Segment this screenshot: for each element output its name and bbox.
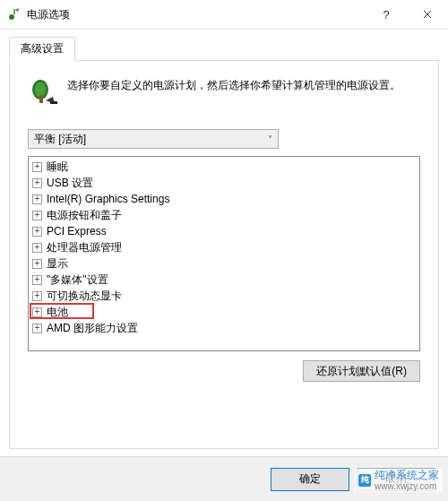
tree-item-label: Intel(R) Graphics Settings — [47, 193, 169, 205]
tree-item-label: PCI Express — [47, 225, 107, 238]
expand-icon[interactable]: + — [32, 291, 42, 301]
watermark-icon: 纯 — [358, 474, 371, 487]
tab-advanced[interactable]: 高级设置 — [9, 37, 75, 61]
window-controls: ? — [366, 0, 448, 29]
expand-icon[interactable]: + — [32, 162, 42, 172]
expand-icon[interactable]: + — [32, 243, 42, 253]
svg-point-0 — [9, 14, 14, 20]
tree-item[interactable]: +电源按钮和盖子 — [30, 207, 419, 223]
tab-label: 高级设置 — [21, 42, 64, 55]
titlebar: 电源选项 ? — [0, 0, 448, 30]
tree-item-label: "多媒体"设置 — [47, 272, 108, 288]
tree-item-label: 电源按钮和盖子 — [47, 208, 122, 223]
tree-item-label: 睡眠 — [47, 160, 68, 175]
svg-rect-4 — [39, 95, 43, 103]
tree-item[interactable]: +睡眠 — [30, 159, 419, 175]
tree-item[interactable]: +USB 设置 — [30, 175, 419, 191]
expand-icon[interactable]: + — [32, 307, 42, 317]
settings-tree[interactable]: +睡眠+USB 设置+Intel(R) Graphics Settings+电源… — [28, 156, 420, 351]
tree-item[interactable]: +电池 — [30, 304, 419, 320]
tree-item-label: 电池 — [47, 305, 68, 320]
tree-item-label: 显示 — [47, 256, 68, 272]
intro-row: 选择你要自定义的电源计划，然后选择你希望计算机管理的电源设置。 — [28, 77, 420, 108]
expand-icon[interactable]: + — [32, 178, 42, 188]
ok-button[interactable]: 确定 — [271, 468, 349, 491]
close-button[interactable] — [407, 0, 448, 29]
tree-item-label: USB 设置 — [47, 176, 93, 191]
tree-item-label: 可切换动态显卡 — [47, 289, 122, 304]
window-title: 电源选项 — [27, 7, 366, 22]
expand-icon[interactable]: + — [32, 227, 42, 237]
expand-icon[interactable]: + — [32, 275, 42, 285]
tree-item[interactable]: +PCI Express — [30, 223, 419, 239]
watermark-name: 纯净系统之家 — [375, 470, 439, 481]
watermark-url: www.xwjzy.com — [375, 481, 439, 491]
restore-row: 还原计划默认值(R) — [28, 360, 420, 382]
tree-item[interactable]: +显示 — [30, 255, 419, 272]
svg-rect-5 — [50, 101, 57, 104]
svg-rect-1 — [13, 9, 15, 14]
tree-item[interactable]: +AMD 图形能力设置 — [30, 320, 419, 336]
svg-point-3 — [35, 82, 46, 97]
plan-select-value: 平衡 [活动] — [34, 132, 86, 147]
help-button[interactable]: ? — [366, 0, 407, 29]
tab-panel: 选择你要自定义的电源计划，然后选择你希望计算机管理的电源设置。 平衡 [活动] … — [9, 60, 439, 449]
watermark: 纯 纯净系统之家 www.xwjzy.com — [355, 469, 443, 492]
intro-text: 选择你要自定义的电源计划，然后选择你希望计算机管理的电源设置。 — [67, 77, 401, 108]
tree-item[interactable]: +Intel(R) Graphics Settings — [30, 191, 419, 207]
expand-icon[interactable]: + — [32, 211, 42, 220]
expand-icon[interactable]: + — [32, 194, 42, 204]
expand-icon[interactable]: + — [32, 324, 42, 333]
tree-item[interactable]: +"多媒体"设置 — [30, 272, 419, 288]
power-plan-icon — [28, 77, 58, 108]
tree-item[interactable]: +可切换动态显卡 — [30, 288, 419, 304]
expand-icon[interactable]: + — [32, 259, 42, 269]
restore-defaults-button[interactable]: 还原计划默认值(R) — [303, 360, 420, 382]
tree-item-label: AMD 图形能力设置 — [47, 321, 138, 336]
chevron-down-icon: ˅ — [268, 134, 272, 144]
plan-select[interactable]: 平衡 [活动] ˅ — [28, 129, 279, 149]
app-icon — [7, 7, 22, 22]
tabstrip: 高级设置 选择你要自定义的电源计划，然后选择你希望计算机管理的电源设置。 平衡 … — [0, 30, 448, 449]
tree-item-label: 处理器电源管理 — [47, 240, 122, 255]
tree-item[interactable]: +处理器电源管理 — [30, 239, 419, 255]
